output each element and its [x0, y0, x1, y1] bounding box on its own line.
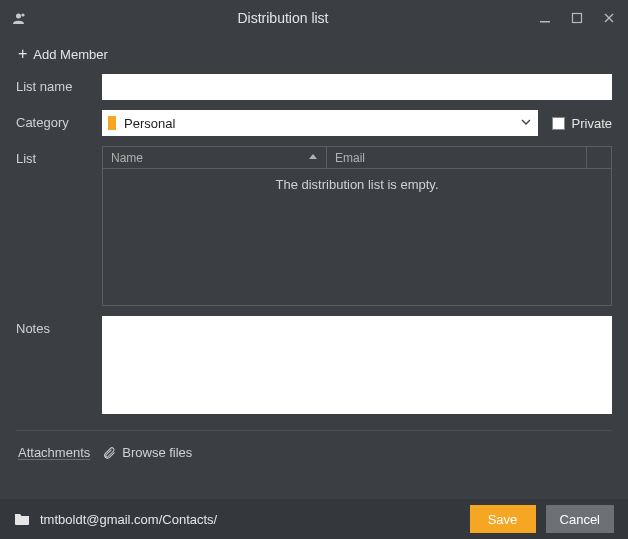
attachments-label: Attachments [18, 445, 90, 460]
browse-files-label: Browse files [122, 445, 192, 460]
column-header-email[interactable]: Email [327, 147, 587, 168]
plus-icon: + [18, 46, 27, 62]
notes-label: Notes [16, 316, 102, 336]
table-body: The distribution list is empty. [103, 169, 611, 305]
svg-rect-1 [540, 21, 550, 23]
category-selected-text: Personal [124, 116, 520, 131]
close-icon[interactable] [602, 11, 616, 25]
svg-point-0 [21, 13, 24, 16]
chevron-down-icon [520, 116, 532, 131]
maximize-icon[interactable] [570, 11, 584, 25]
paperclip-icon [102, 446, 116, 460]
category-select[interactable]: Personal [102, 110, 538, 136]
notes-input[interactable] [102, 316, 612, 414]
private-label: Private [572, 116, 612, 131]
svg-rect-2 [573, 14, 582, 23]
category-label: Category [16, 110, 102, 130]
add-member-label: Add Member [33, 47, 107, 62]
window-title: Distribution list [28, 10, 538, 26]
app-icon [10, 9, 28, 27]
sort-asc-icon [308, 151, 318, 165]
cancel-button[interactable]: Cancel [546, 505, 614, 533]
private-checkbox[interactable] [552, 117, 565, 130]
title-bar: Distribution list [0, 0, 628, 36]
save-button[interactable]: Save [470, 505, 536, 533]
add-member-button[interactable]: + Add Member [16, 40, 110, 74]
row-category: Category Personal Private [16, 110, 612, 136]
row-list-name: List name [16, 74, 612, 100]
row-attachments: Attachments Browse files [16, 431, 612, 474]
empty-list-text: The distribution list is empty. [275, 177, 438, 192]
footer-bar: tmtboldt@gmail.com/Contacts/ Save Cancel [0, 499, 628, 539]
list-name-label: List name [16, 74, 102, 94]
minimize-icon[interactable] [538, 11, 552, 25]
window-controls [538, 11, 620, 25]
column-header-name[interactable]: Name [103, 147, 327, 168]
row-notes: Notes [16, 316, 612, 414]
browse-files-button[interactable]: Browse files [102, 445, 192, 460]
list-label: List [16, 146, 102, 166]
member-table: Name Email The distribution list is empt… [102, 146, 612, 306]
row-list: List Name Email The distributio [16, 146, 612, 306]
list-name-input[interactable] [102, 74, 612, 100]
table-header: Name Email [103, 147, 611, 169]
column-header-spacer [587, 147, 611, 168]
location-path[interactable]: tmtboldt@gmail.com/Contacts/ [40, 512, 460, 527]
content-area: + Add Member List name Category Personal… [0, 36, 628, 474]
private-checkbox-wrap[interactable]: Private [552, 116, 612, 131]
category-swatch [108, 116, 116, 130]
folder-icon [14, 512, 30, 526]
